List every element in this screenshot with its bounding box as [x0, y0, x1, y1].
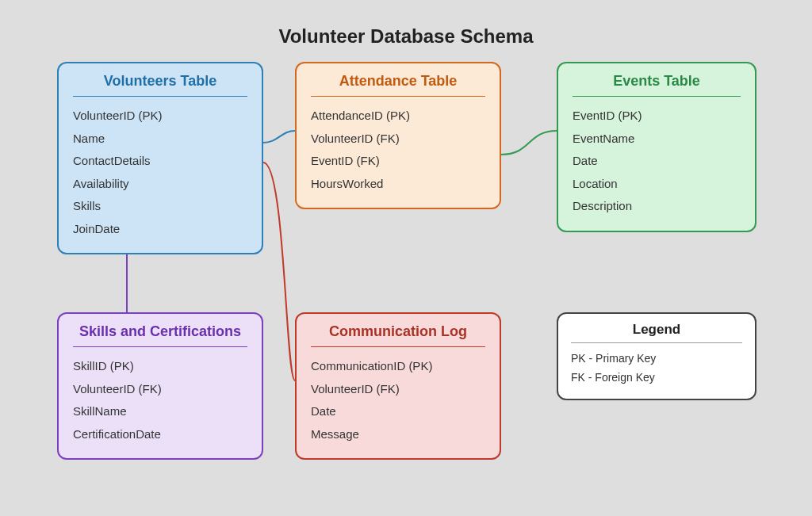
table-events: Events Table EventID (PK)EventNameDateLo…	[557, 62, 756, 232]
edge-volunteers-attendance	[263, 131, 295, 143]
field-row: PK - Primary Key	[571, 350, 742, 369]
field-row: Skills	[73, 195, 247, 218]
diagram-title: Volunteer Database Schema	[0, 25, 812, 48]
field-row: FK - Foreign Key	[571, 369, 742, 388]
table-communication-fields: CommunicationID (PK)VolunteerID (FK)Date…	[311, 355, 485, 445]
field-row: CertificationDate	[73, 423, 247, 446]
edge-volunteers-comm	[263, 162, 295, 380]
field-row: VolunteerID (PK)	[73, 105, 247, 128]
legend-box: Legend PK - Primary KeyFK - Foreign Key	[557, 312, 756, 400]
field-row: VolunteerID (FK)	[311, 378, 485, 401]
table-volunteers-title: Volunteers Table	[73, 73, 247, 97]
field-row: Name	[73, 128, 247, 151]
table-volunteers: Volunteers Table VolunteerID (PK)NameCon…	[57, 62, 263, 254]
field-row: Date	[311, 400, 485, 423]
table-communication-title: Communication Log	[311, 323, 485, 347]
field-row: EventName	[573, 128, 741, 151]
edge-attendance-events	[501, 131, 557, 155]
table-skills: Skills and Certifications SkillID (PK)Vo…	[57, 312, 263, 460]
field-row: JoinDate	[73, 218, 247, 241]
legend-title: Legend	[571, 322, 742, 343]
field-row: Message	[311, 423, 485, 446]
table-attendance-title: Attendance Table	[311, 73, 485, 97]
table-communication: Communication Log CommunicationID (PK)Vo…	[295, 312, 501, 460]
table-skills-title: Skills and Certifications	[73, 323, 247, 347]
table-attendance: Attendance Table AttendanceID (PK)Volunt…	[295, 62, 501, 209]
legend-items: PK - Primary KeyFK - Foreign Key	[571, 350, 742, 388]
table-attendance-fields: AttendanceID (PK)VolunteerID (FK)EventID…	[311, 105, 485, 195]
field-row: Description	[573, 195, 741, 218]
field-row: SkillName	[73, 400, 247, 423]
field-row: ContactDetails	[73, 150, 247, 173]
table-events-title: Events Table	[573, 73, 741, 97]
field-row: VolunteerID (FK)	[73, 378, 247, 401]
field-row: Date	[573, 150, 741, 173]
field-row: VolunteerID (FK)	[311, 128, 485, 151]
table-skills-fields: SkillID (PK)VolunteerID (FK)SkillNameCer…	[73, 355, 247, 445]
field-row: CommunicationID (PK)	[311, 355, 485, 378]
field-row: Location	[573, 173, 741, 196]
field-row: Availability	[73, 173, 247, 196]
field-row: EventID (PK)	[573, 105, 741, 128]
table-events-fields: EventID (PK)EventNameDateLocationDescrip…	[573, 105, 741, 218]
field-row: EventID (FK)	[311, 150, 485, 173]
field-row: SkillID (PK)	[73, 355, 247, 378]
field-row: AttendanceID (PK)	[311, 105, 485, 128]
field-row: HoursWorked	[311, 173, 485, 196]
table-volunteers-fields: VolunteerID (PK)NameContactDetailsAvaila…	[73, 105, 247, 240]
